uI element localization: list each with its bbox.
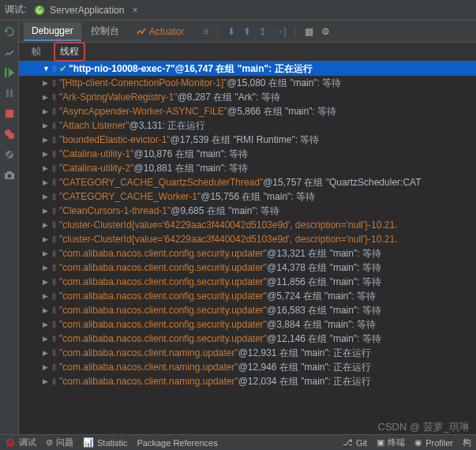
expand-arrow-icon[interactable]: ▶: [43, 93, 51, 101]
expand-arrow-icon[interactable]: ▶: [43, 249, 51, 257]
thread-name: "Attach Listener": [59, 120, 129, 131]
thread-row[interactable]: ▶⫴"com.alibaba.nacos.client.naming.updat…: [19, 374, 476, 388]
thread-row[interactable]: ▶⫴"com.alibaba.nacos.client.config.secur…: [19, 303, 476, 317]
main-row: Debugger 控制台 Actuator ≡ | ⬇ ⬆ ↥ →| | ▦ ⚙…: [0, 21, 476, 434]
camera-icon[interactable]: [3, 169, 16, 182]
expand-arrow-icon[interactable]: ▶: [43, 107, 51, 115]
bottom-statistic[interactable]: 📊 Statistic: [83, 437, 128, 448]
show-exec-point-icon[interactable]: ≡: [203, 26, 208, 37]
breakpoints-icon[interactable]: [3, 128, 16, 141]
expand-arrow-icon[interactable]: ▶: [43, 207, 51, 215]
thread-row[interactable]: ▶⫴"com.alibaba.nacos.client.config.secur…: [19, 289, 476, 303]
bottom-build[interactable]: 构: [463, 437, 471, 448]
sub-tab-frames[interactable]: 帧: [27, 43, 46, 60]
run-to-cursor-icon[interactable]: →|: [275, 26, 287, 37]
thread-group-icon: ⫴: [52, 92, 56, 103]
expand-arrow-icon[interactable]: ▶: [43, 377, 51, 385]
thread-row[interactable]: ▶⫴"AsyncAppender-Worker-ASYNC_FILE"@5,86…: [19, 104, 476, 118]
thread-name: "AsyncAppender-Worker-ASYNC_FILE": [59, 106, 227, 117]
pause-icon[interactable]: [3, 87, 16, 99]
expand-arrow-icon[interactable]: ▶: [43, 321, 51, 328]
thread-name: "CleanCursors-1-thread-1": [59, 205, 171, 216]
expand-arrow-icon[interactable]: ▶: [43, 335, 51, 343]
thread-status: @5,866 在组 "main": 等待: [227, 105, 336, 118]
thread-row[interactable]: ▶⫴"com.alibaba.nacos.client.config.secur…: [19, 246, 476, 261]
thread-name: "com.alibaba.nacos.client.naming.updater…: [59, 376, 238, 387]
expand-arrow-icon[interactable]: ▶: [43, 136, 51, 144]
run-config-name[interactable]: ServerApplication ×: [34, 5, 137, 16]
thread-status: @16,747 在组 "main": 正在运行: [175, 62, 313, 76]
tab-debugger[interactable]: Debugger: [24, 22, 81, 41]
bottom-terminal[interactable]: ▣ 终端: [377, 437, 405, 448]
expand-arrow-icon[interactable]: ▶: [43, 306, 51, 314]
close-icon[interactable]: ×: [132, 5, 137, 16]
thread-group-icon: ⫴: [52, 77, 56, 88]
rerun-icon[interactable]: [3, 25, 16, 38]
thread-row[interactable]: ▶⫴"cluster-ClusterId{value='64229aac3f44…: [19, 218, 476, 232]
thread-row[interactable]: ▶⫴"Ark-SpringValueRegistry-1"@8,287 在组 "…: [19, 90, 476, 104]
thread-group-icon: ⫴: [52, 177, 56, 188]
thread-group-icon: ⫴: [52, 120, 56, 131]
thread-row[interactable]: ▶⫴"CATEGORY_CACHE_QuartzSchedulerThread"…: [19, 175, 476, 189]
bottom-git[interactable]: ⎇ Git: [343, 437, 367, 448]
spring-icon: [34, 5, 45, 16]
step-over-icon[interactable]: ⬇: [227, 26, 235, 37]
thread-row[interactable]: ▶⫴"Catalina-utility-1"@10,876 在组 "main":…: [19, 147, 476, 161]
thread-row[interactable]: ▶⫴"com.alibaba.nacos.client.config.secur…: [19, 261, 476, 275]
expand-arrow-icon[interactable]: ▶: [43, 363, 51, 371]
expand-arrow-icon[interactable]: ▶: [43, 178, 51, 186]
expand-arrow-icon[interactable]: ▶: [43, 264, 51, 272]
thread-name: "cluster-ClusterId{value='64229aac3f4400…: [59, 234, 397, 245]
bottom-problems[interactable]: ⊘ 问题: [46, 437, 73, 448]
thread-row[interactable]: ▶⫴"com.alibaba.nacos.client.naming.updat…: [19, 360, 476, 374]
thread-row[interactable]: ▶⫴"CATEGORY_CACHE_Worker-1"@15,756 在组 "m…: [19, 189, 476, 204]
thread-row[interactable]: ▶⫴"boundedElastic-evictor-1"@17,539 在组 "…: [19, 133, 476, 147]
more-icon[interactable]: ⚙: [321, 26, 330, 37]
thread-row[interactable]: ▶⫴"cluster-ClusterId{value='64229aac3f44…: [19, 232, 476, 246]
step-out-icon[interactable]: ↥: [259, 26, 267, 37]
expand-arrow-icon[interactable]: ▶: [43, 349, 51, 357]
check-icon: ✔: [59, 63, 67, 74]
expand-arrow-icon[interactable]: ▶: [43, 79, 51, 87]
thread-group-icon: ⫴: [52, 333, 56, 344]
evaluate-icon[interactable]: ▦: [305, 26, 313, 37]
bottom-package-refs[interactable]: Package References: [137, 438, 218, 448]
tab-console[interactable]: 控制台: [83, 21, 127, 41]
thread-name: "com.alibaba.nacos.client.config.securit…: [59, 333, 267, 344]
thread-row[interactable]: ▶⫴"[Http-client-ConenctionPool-Monitor-1…: [19, 76, 476, 90]
thread-status: @12,946 在组 "main": 正在运行: [238, 361, 372, 374]
thread-name: "com.alibaba.nacos.client.config.securit…: [59, 291, 267, 302]
thread-status: @13,321 在组 "main": 等待: [267, 247, 381, 261]
stop-icon[interactable]: [3, 107, 16, 120]
thread-group-icon: ⫴: [52, 376, 56, 387]
expand-arrow-icon[interactable]: ▶: [43, 235, 51, 243]
resume-icon[interactable]: [3, 66, 16, 79]
expand-arrow-icon[interactable]: ▶: [43, 221, 51, 229]
step-into-icon[interactable]: ⬆: [243, 26, 251, 37]
expand-arrow-icon[interactable]: ▶: [43, 122, 51, 129]
bottom-debug[interactable]: 🐞 调试: [5, 437, 36, 448]
expand-arrow-icon[interactable]: ▶: [43, 292, 51, 300]
bottom-profiler[interactable]: ◉ Profiler: [414, 437, 453, 448]
expand-arrow-icon[interactable]: ▶: [43, 278, 51, 286]
debug-step-toolbar: ≡ | ⬇ ⬆ ↥ →| | ▦ ⚙: [203, 26, 329, 37]
thread-row[interactable]: ▶⫴"com.alibaba.nacos.client.config.secur…: [19, 275, 476, 289]
thread-row[interactable]: ▶⫴"Catalina-utility-2"@10,881 在组 "main":…: [19, 161, 476, 175]
svg-point-5: [8, 133, 14, 139]
tab-actuator[interactable]: Actuator: [129, 23, 193, 40]
thread-row[interactable]: ▼⫴✔"http-nio-10008-exec-7"@16,747 在组 "ma…: [19, 62, 476, 76]
thread-name: "com.alibaba.nacos.client.config.securit…: [59, 276, 267, 287]
expand-arrow-icon[interactable]: ▶: [43, 164, 51, 172]
expand-arrow-icon[interactable]: ▶: [43, 193, 51, 201]
settings-icon[interactable]: [3, 46, 16, 58]
sub-tab-threads[interactable]: 线程: [54, 42, 85, 62]
thread-list[interactable]: ▼⫴✔"http-nio-10008-exec-7"@16,747 在组 "ma…: [19, 62, 476, 434]
thread-row[interactable]: ▶⫴"com.alibaba.nacos.client.config.secur…: [19, 332, 476, 346]
thread-row[interactable]: ▶⫴"com.alibaba.nacos.client.naming.updat…: [19, 346, 476, 360]
thread-row[interactable]: ▶⫴"CleanCursors-1-thread-1"@9,685 在组 "ma…: [19, 204, 476, 218]
mute-breakpoints-icon[interactable]: [3, 148, 16, 161]
thread-row[interactable]: ▶⫴"com.alibaba.nacos.client.config.secur…: [19, 317, 476, 332]
expand-arrow-icon[interactable]: ▼: [43, 65, 51, 73]
expand-arrow-icon[interactable]: ▶: [43, 150, 51, 158]
thread-row[interactable]: ▶⫴"Attach Listener"@3,131: 正在运行: [19, 118, 476, 133]
